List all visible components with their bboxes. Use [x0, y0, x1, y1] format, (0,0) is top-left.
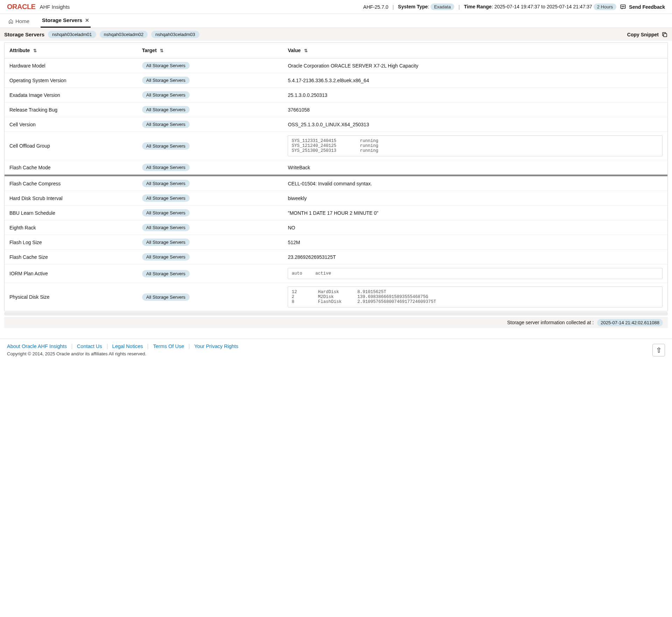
- collected-at-label: Storage server information collected at …: [507, 320, 594, 325]
- target-pill[interactable]: All Storage Servers: [142, 224, 190, 231]
- target-pill[interactable]: All Storage Servers: [142, 253, 190, 261]
- target-cell: All Storage Servers: [137, 250, 283, 264]
- svg-point-3: [624, 6, 624, 7]
- target-pill[interactable]: All Storage Servers: [142, 180, 190, 187]
- target-pill[interactable]: All Storage Servers: [142, 121, 190, 128]
- svg-point-2: [623, 6, 623, 7]
- footer-link[interactable]: Contact Us: [72, 344, 107, 349]
- footer-link[interactable]: About Oracle AHF Insights: [7, 344, 72, 349]
- attribute-cell: BBU Learn Schedule: [5, 206, 137, 220]
- value-pre: 12 HardDisk 8.91015625T 2 M2Disk 139.698…: [288, 286, 663, 307]
- target-cell: All Storage Servers: [137, 73, 283, 88]
- target-cell: All Storage Servers: [137, 58, 283, 73]
- horizontal-scrollbar[interactable]: [4, 312, 668, 315]
- time-range-value: 2025-07-14 19:47:37 to 2025-07-14 21:47:…: [494, 4, 592, 9]
- value-cell: 5.4.17-2136.336.5.3.2.el8uek.x86_64: [283, 73, 667, 88]
- attribute-cell: Cell Offload Group: [5, 132, 137, 160]
- back-to-top-button[interactable]: ⇧: [652, 344, 665, 356]
- table-row: Flash Cache ModeAll Storage ServersWrite…: [5, 160, 667, 175]
- split-right-icon: [667, 173, 668, 178]
- value-cell: 512M: [283, 235, 667, 250]
- table-row: Flash Cache CompressAll Storage ServersC…: [5, 176, 667, 191]
- target-cell: All Storage Servers: [137, 283, 283, 311]
- tab-home[interactable]: Home: [7, 15, 31, 28]
- footer-link[interactable]: Terms Of Use: [148, 344, 189, 349]
- table-row: BBU Learn ScheduleAll Storage Servers"MO…: [5, 206, 667, 220]
- app-title: AHF Insights: [40, 4, 70, 10]
- storage-table: Attribute ⇅ Target ⇅ Value ⇅ Hardware Mo…: [5, 43, 667, 175]
- footer: About Oracle AHF InsightsContact UsLegal…: [0, 339, 672, 367]
- target-pill[interactable]: All Storage Servers: [142, 209, 190, 217]
- target-cell: All Storage Servers: [137, 235, 283, 250]
- value-cell: SYS_112331_240415 running SYS_121240_240…: [283, 132, 667, 160]
- table-row: Operating System VersionAll Storage Serv…: [5, 73, 667, 88]
- tabs-nav: Home Storage Servers ✕: [0, 14, 672, 28]
- target-cell: All Storage Servers: [137, 191, 283, 206]
- svg-rect-4: [664, 34, 667, 37]
- col-target-label: Target: [142, 48, 157, 53]
- table-row: Cell Offload GroupAll Storage ServersSYS…: [5, 132, 667, 160]
- col-attribute[interactable]: Attribute ⇅: [5, 43, 137, 58]
- node-pill[interactable]: nshqah03celadm02: [100, 31, 148, 38]
- collected-at-bar: Storage server information collected at …: [4, 317, 668, 328]
- target-cell: All Storage Servers: [137, 160, 283, 175]
- target-pill[interactable]: All Storage Servers: [142, 91, 190, 99]
- sort-icon: ⇅: [160, 48, 163, 53]
- footer-link[interactable]: Your Privacy Rights: [189, 344, 243, 349]
- target-pill[interactable]: All Storage Servers: [142, 194, 190, 202]
- home-icon: [8, 19, 13, 24]
- table-row: Release Tracking BugAll Storage Servers3…: [5, 102, 667, 117]
- target-cell: All Storage Servers: [137, 132, 283, 160]
- target-cell: All Storage Servers: [137, 88, 283, 102]
- copy-snippet-label: Copy Snippet: [627, 32, 659, 37]
- table-row: Cell VersionAll Storage ServersOSS_25.1.…: [5, 117, 667, 132]
- target-pill[interactable]: All Storage Servers: [142, 270, 190, 277]
- page-subheader: Storage Servers nshqah03celadm01 nshqah0…: [0, 28, 672, 41]
- attribute-cell: Hard Disk Scrub Interval: [5, 191, 137, 206]
- copy-snippet-button[interactable]: Copy Snippet: [627, 31, 668, 38]
- tab-storage-servers[interactable]: Storage Servers ✕: [41, 14, 91, 28]
- target-cell: All Storage Servers: [137, 117, 283, 132]
- attribute-cell: Exadata Image Version: [5, 88, 137, 102]
- send-feedback-button[interactable]: Send Feedback: [620, 4, 665, 10]
- sort-icon: ⇅: [33, 48, 37, 53]
- col-target[interactable]: Target ⇅: [137, 43, 283, 58]
- target-cell: All Storage Servers: [137, 102, 283, 117]
- target-pill[interactable]: All Storage Servers: [142, 106, 190, 113]
- value-cell: CELL-01504: Invalid command syntax.: [283, 176, 667, 191]
- footer-link[interactable]: Legal Notices: [107, 344, 148, 349]
- col-value[interactable]: Value ⇅: [283, 43, 667, 58]
- node-pill[interactable]: nshqah03celadm01: [48, 31, 96, 38]
- value-cell: auto active: [283, 264, 667, 283]
- target-pill[interactable]: All Storage Servers: [142, 62, 190, 69]
- copy-icon: [662, 31, 668, 38]
- target-cell: All Storage Servers: [137, 264, 283, 283]
- target-pill[interactable]: All Storage Servers: [142, 239, 190, 246]
- tab-home-label: Home: [15, 18, 29, 24]
- collected-at-timestamp: 2025-07-14 21:42:02.611088: [597, 319, 663, 326]
- value-pre: SYS_112331_240415 running SYS_121240_240…: [288, 135, 663, 156]
- system-type-pill[interactable]: Exadata: [430, 3, 454, 10]
- target-pill[interactable]: All Storage Servers: [142, 142, 190, 150]
- col-value-label: Value: [288, 48, 301, 53]
- system-type-label: System Type: [398, 4, 428, 9]
- node-pill[interactable]: nshqah03celadm03: [151, 31, 199, 38]
- oracle-logo: ORACLE: [7, 3, 35, 11]
- attribute-cell: Flash Cache Size: [5, 250, 137, 264]
- close-icon[interactable]: ✕: [84, 17, 89, 23]
- split-resize-bar[interactable]: [5, 175, 667, 176]
- target-pill[interactable]: All Storage Servers: [142, 164, 190, 171]
- target-pill[interactable]: All Storage Servers: [142, 77, 190, 84]
- table-row: Flash Log SizeAll Storage Servers512M: [5, 235, 667, 250]
- value-cell: OSS_25.1.3.0.0_LINUX.X64_250313: [283, 117, 667, 132]
- target-cell: All Storage Servers: [137, 176, 283, 191]
- send-feedback-label: Send Feedback: [629, 4, 665, 10]
- target-pill[interactable]: All Storage Servers: [142, 293, 190, 301]
- arrow-up-icon: ⇧: [656, 346, 662, 354]
- table-row: IORM Plan ActiveAll Storage Serversauto …: [5, 264, 667, 283]
- value-cell: 12 HardDisk 8.91015625T 2 M2Disk 139.698…: [283, 283, 667, 311]
- time-window-pill[interactable]: 2 Hours: [594, 3, 617, 10]
- value-cell: 37661058: [283, 102, 667, 117]
- attribute-cell: IORM Plan Active: [5, 264, 137, 283]
- table-row: Eighth RackAll Storage ServersNO: [5, 220, 667, 235]
